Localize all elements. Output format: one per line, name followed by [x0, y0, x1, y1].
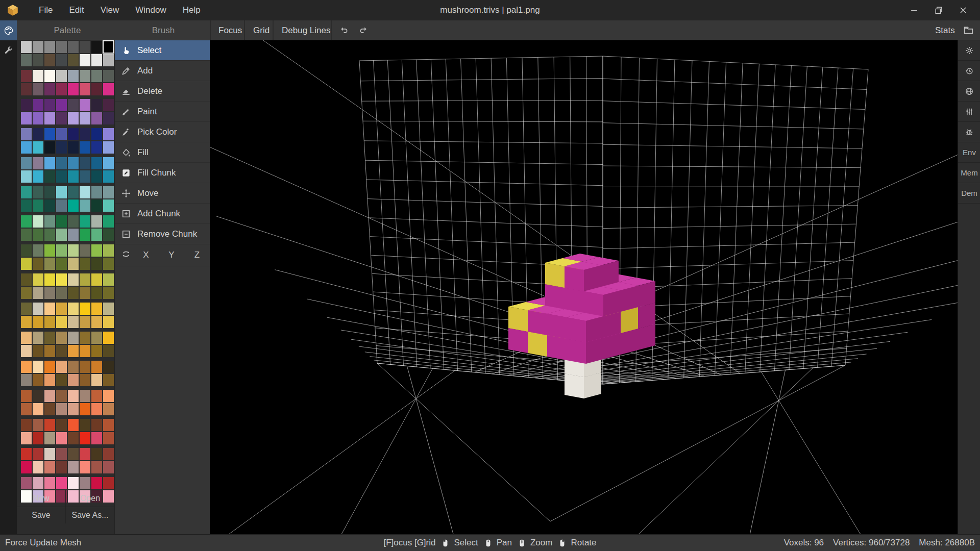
palette-swatch[interactable]	[103, 170, 114, 183]
palette-swatch[interactable]	[80, 41, 90, 53]
palette-swatch[interactable]	[44, 303, 55, 315]
palette-swatch[interactable]	[103, 403, 114, 415]
folder-icon[interactable]	[959, 20, 978, 40]
palette-swatch[interactable]	[33, 374, 43, 386]
palette-swatch[interactable]	[103, 477, 114, 489]
palette-swatch[interactable]	[21, 477, 32, 489]
palette-swatch[interactable]	[80, 83, 90, 95]
palette-swatch[interactable]	[56, 316, 67, 328]
gear-icon[interactable]	[958, 40, 980, 61]
palette-swatch[interactable]	[80, 157, 90, 169]
palette-swatch[interactable]	[21, 70, 32, 82]
palette-swatch[interactable]	[103, 229, 114, 241]
palette-swatch[interactable]	[68, 374, 79, 386]
palette-swatch[interactable]	[56, 403, 67, 415]
palette-swatch[interactable]	[91, 54, 102, 66]
palette-swatch[interactable]	[56, 199, 67, 212]
palette-swatch[interactable]	[80, 419, 90, 431]
close-button-icon[interactable]	[954, 3, 972, 17]
palette-swatch[interactable]	[21, 128, 32, 140]
palette-swatch[interactable]	[91, 157, 102, 169]
palette-swatch[interactable]	[21, 54, 32, 66]
palette-swatch[interactable]	[21, 403, 32, 415]
palette-swatch[interactable]	[103, 303, 114, 315]
palette-swatch[interactable]	[33, 419, 43, 431]
palette-swatch[interactable]	[103, 390, 114, 402]
sliders-icon[interactable]	[958, 102, 980, 122]
palette-swatch[interactable]	[21, 390, 32, 402]
palette-swatch[interactable]	[21, 287, 32, 299]
palette-swatch[interactable]	[56, 419, 67, 431]
palette-swatch[interactable]	[21, 157, 32, 169]
palette-dock-icon[interactable]	[0, 20, 17, 40]
palette-swatch[interactable]	[80, 461, 90, 473]
palette-swatch[interactable]	[33, 99, 43, 111]
menu-file[interactable]: File	[32, 2, 60, 18]
palette-swatch[interactable]	[21, 303, 32, 315]
palette-swatch[interactable]	[44, 273, 55, 286]
palette-swatch[interactable]	[103, 215, 114, 228]
brush-tool-remove-chunk[interactable]: Remove Chunk	[115, 224, 210, 244]
globe-icon[interactable]	[958, 81, 980, 102]
save-button[interactable]: Save	[17, 507, 66, 523]
palette-swatch[interactable]	[56, 273, 67, 286]
palette-swatch[interactable]	[21, 99, 32, 111]
palette-swatch[interactable]	[68, 244, 79, 257]
palette-swatch[interactable]	[21, 41, 32, 53]
palette-swatch[interactable]	[44, 170, 55, 183]
palette-swatch[interactable]	[44, 99, 55, 111]
bug-icon[interactable]	[958, 122, 980, 142]
palette-swatch[interactable]	[21, 345, 32, 357]
redo-icon[interactable]	[354, 20, 373, 40]
wrench-dock-icon[interactable]	[0, 40, 17, 60]
palette-swatch[interactable]	[103, 128, 114, 140]
palette-swatch[interactable]	[44, 83, 55, 95]
palette-swatch[interactable]	[103, 186, 114, 198]
palette-swatch[interactable]	[56, 461, 67, 473]
palette-swatch[interactable]	[44, 54, 55, 66]
palette-swatch[interactable]	[68, 186, 79, 198]
palette-swatch[interactable]	[103, 374, 114, 386]
palette-swatch[interactable]	[80, 273, 90, 286]
palette-swatch[interactable]	[91, 403, 102, 415]
palette-swatch[interactable]	[103, 54, 114, 66]
palette-swatch[interactable]	[91, 477, 102, 489]
palette-swatch[interactable]	[44, 41, 55, 53]
palette-swatch[interactable]	[44, 374, 55, 386]
palette-swatch[interactable]	[44, 345, 55, 357]
palette-swatch[interactable]	[21, 186, 32, 198]
palette-swatch[interactable]	[91, 361, 102, 373]
palette-swatch[interactable]	[103, 345, 114, 357]
palette-swatch[interactable]	[21, 448, 32, 460]
palette-swatch[interactable]	[91, 419, 102, 431]
palette-swatch[interactable]	[80, 99, 90, 111]
palette-swatch[interactable]	[33, 345, 43, 357]
menu-help[interactable]: Help	[176, 2, 208, 18]
palette-swatch[interactable]	[33, 477, 43, 489]
palette-swatch[interactable]	[91, 432, 102, 444]
palette-swatch[interactable]	[56, 157, 67, 169]
palette-swatch[interactable]	[33, 41, 43, 53]
palette-swatch[interactable]	[56, 229, 67, 241]
palette-swatch[interactable]	[44, 258, 55, 270]
palette-swatch[interactable]	[80, 390, 90, 402]
menu-edit[interactable]: Edit	[62, 2, 91, 18]
palette-swatch[interactable]	[80, 303, 90, 315]
palette-swatch[interactable]	[80, 128, 90, 140]
palette-swatch[interactable]	[33, 70, 43, 82]
palette-swatch[interactable]	[91, 244, 102, 257]
palette-swatch[interactable]	[56, 390, 67, 402]
palette-swatch[interactable]	[21, 83, 32, 95]
palette-swatch[interactable]	[91, 128, 102, 140]
palette-swatch[interactable]	[21, 229, 32, 241]
palette-swatch[interactable]	[56, 287, 67, 299]
palette-swatch[interactable]	[56, 345, 67, 357]
palette-swatch[interactable]	[33, 390, 43, 402]
palette-swatch[interactable]	[80, 215, 90, 228]
palette-swatch[interactable]	[44, 390, 55, 402]
palette-swatch[interactable]	[91, 332, 102, 344]
palette-swatch[interactable]	[68, 403, 79, 415]
palette-swatch[interactable]	[103, 287, 114, 299]
palette-swatch[interactable]	[103, 157, 114, 169]
dock-tab-mem[interactable]: Mem	[958, 163, 980, 183]
